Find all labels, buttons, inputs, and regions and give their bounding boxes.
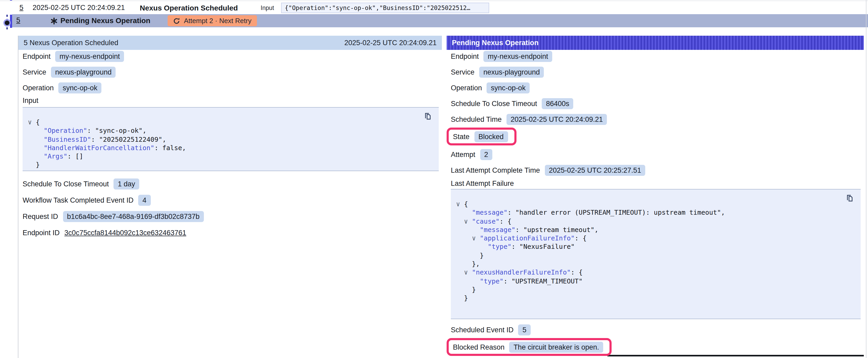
panel-bottom-border: [608, 355, 864, 356]
json-line: }: [28, 161, 431, 169]
json-line: "message": "handler error (UPSTREAM_TIME…: [456, 209, 853, 217]
field-label: Last Attempt Complete Time: [451, 166, 540, 174]
event-row-pending[interactable]: 5 ∗ Pending Nexus Operation Attempt 2 · …: [12, 14, 868, 27]
json-line: "HandlerWaitForCancellation": false,: [28, 144, 431, 153]
field-row: Last Attempt Complete Time 2025-02-25 UT…: [451, 165, 645, 176]
window-right-edge: [866, 0, 866, 358]
panel-title: 5 Nexus Operation Scheduled: [24, 36, 118, 50]
event-marker-filled-icon: [4, 21, 9, 25]
input-section-label: Input: [23, 97, 38, 104]
field-value-chip: sync-op-ok: [487, 83, 530, 93]
field-row: Request ID b1c6a4bc-8ee7-468a-9169-df3b0…: [23, 211, 204, 222]
failure-section-label: Last Attempt Failure: [451, 180, 514, 187]
asterisk-icon: ∗: [50, 14, 58, 27]
field-label: Schedule To Close Timeout: [451, 100, 537, 108]
field-value-chip: 2025-02-25 UTC 20:25:27.51: [545, 165, 645, 176]
field-label: Operation: [23, 84, 54, 92]
field-row: Scheduled Time 2025-02-25 UTC 20:24:09.2…: [451, 114, 607, 125]
json-viewer-failure: ∨ { "message": "handler error (UPSTREAM_…: [451, 189, 861, 319]
field-label: Scheduled Event ID: [451, 326, 514, 334]
retry-badge-label: Attempt 2 · Next Retry: [184, 17, 251, 25]
field-label: Schedule To Close Timeout: [23, 180, 109, 188]
json-line: "Operation": "sync-op-ok",: [28, 127, 431, 135]
event-title: Nexus Operation Scheduled: [140, 3, 238, 12]
field-label: Scheduled Time: [451, 116, 502, 123]
state-highlight-ring: State Blocked: [446, 128, 516, 145]
input-preview-chip: {"Operation":"sync-op-ok","BusinessID":"…: [281, 3, 489, 13]
field-label: Request ID: [23, 213, 58, 221]
field-value-chip: 1 day: [114, 178, 139, 190]
field-row: Schedule To Close Timeout 1 day: [23, 178, 139, 190]
json-line: }: [456, 252, 853, 260]
json-line: ∨ {: [456, 200, 853, 209]
scheduled-event-panel: 5 Nexus Operation Scheduled 2025-02-25 U…: [18, 36, 442, 358]
field-row: Endpoint my-nexus-endpoint: [23, 51, 124, 62]
field-value-chip: 2025-02-25 UTC 20:24:09.21: [506, 114, 607, 125]
json-line: "BusinessID": "20250225122409",: [28, 135, 431, 144]
field-label: State: [453, 133, 469, 140]
retry-badge[interactable]: Attempt 2 · Next Retry: [167, 15, 257, 26]
field-label: Operation: [451, 84, 482, 92]
json-line: ∨ "applicationFailureInfo": {: [456, 234, 853, 243]
blocked-reason-highlight-ring: Blocked Reason The circuit breaker is op…: [446, 338, 612, 356]
field-value-chip: nexus-playground: [51, 67, 116, 78]
json-line: "Args": []: [28, 152, 431, 161]
field-label: Endpoint ID: [23, 229, 60, 237]
json-line: "message": "upstream timeout",: [456, 226, 853, 234]
field-row: Workflow Task Completed Event ID 4: [23, 195, 151, 206]
event-time: 2025-02-25 UTC 20:24:09.21: [33, 4, 125, 11]
field-row: Operation sync-op-ok: [451, 83, 530, 93]
chevron-down-icon[interactable]: ∨: [28, 118, 36, 126]
pending-operation-panel: Pending Nexus Operation Endpoint my-nexu…: [446, 36, 864, 358]
endpoint-id-link[interactable]: 3c0c75ccfa8144b092c13ce632463761: [64, 229, 186, 237]
field-value-chip: 4: [138, 195, 151, 206]
field-row: Endpoint my-nexus-endpoint: [451, 51, 552, 62]
json-viewer-input: ∨ { "Operation": "sync-op-ok", "Business…: [23, 107, 439, 171]
field-label: Endpoint: [451, 53, 479, 60]
pending-event-title: Pending Nexus Operation: [60, 14, 150, 27]
chevron-down-icon[interactable]: ∨: [456, 217, 472, 225]
panel-header: 5 Nexus Operation Scheduled 2025-02-25 U…: [19, 36, 442, 50]
field-value-chip: my-nexus-endpoint: [56, 51, 124, 62]
field-label: Endpoint: [23, 53, 51, 60]
field-row: Service nexus-playground: [451, 67, 544, 78]
event-row-scheduled[interactable]: 5 2025-02-25 UTC 20:24:09.21 Nexus Opera…: [0, 1, 868, 15]
json-line: ∨ "cause": {: [456, 217, 853, 226]
json-line: "type": "UPSTREAM_TIMEOUT": [456, 277, 853, 286]
json-line: ∨ {: [28, 118, 431, 127]
field-label: Service: [451, 68, 474, 76]
field-value-chip: nexus-playground: [479, 67, 544, 78]
field-label: Blocked Reason: [453, 343, 505, 351]
refresh-icon: [173, 17, 180, 24]
blocked-reason-chip: The circuit breaker is open.: [509, 341, 603, 353]
panel-timestamp: 2025-02-25 UTC 20:24:09.21: [344, 36, 437, 50]
json-line: },: [456, 260, 853, 268]
field-value-chip: my-nexus-endpoint: [484, 51, 553, 62]
state-value-chip: Blocked: [474, 131, 508, 142]
field-value-chip: 2: [480, 149, 492, 160]
field-value-chip: 86400s: [542, 98, 574, 109]
json-line: ∨ "nexusHandlerFailureInfo": {: [456, 268, 853, 277]
copy-icon[interactable]: [845, 194, 854, 203]
copy-icon[interactable]: [423, 112, 432, 121]
event-history-view: 5 2025-02-25 UTC 20:24:09.21 Nexus Opera…: [0, 0, 868, 358]
input-label: Input: [260, 4, 274, 11]
field-label: Workflow Task Completed Event ID: [23, 196, 133, 204]
event-id-link[interactable]: 5: [16, 16, 20, 24]
field-row: Schedule To Close Timeout 86400s: [451, 98, 574, 109]
panel-header-striped: Pending Nexus Operation: [446, 36, 864, 50]
field-row: Endpoint ID 3c0c75ccfa8144b092c13ce63246…: [23, 227, 186, 238]
json-line: "type": "NexusFailure": [456, 243, 853, 252]
field-value-chip: 5: [518, 324, 531, 335]
field-row: Scheduled Event ID 5: [451, 324, 531, 335]
chevron-down-icon[interactable]: ∨: [456, 268, 472, 276]
chevron-down-icon[interactable]: ∨: [456, 200, 464, 208]
timeline-dotted-rail: [6, 27, 8, 32]
event-id-link[interactable]: 5: [20, 4, 23, 11]
field-value-chip: b1c6a4bc-8ee7-468a-9169-df3b02c8737b: [63, 211, 204, 222]
json-line: }: [456, 286, 853, 294]
chevron-down-icon[interactable]: ∨: [456, 234, 480, 242]
json-line: }: [456, 294, 853, 303]
field-row: Service nexus-playground: [23, 67, 116, 78]
panel-title: Pending Nexus Operation: [452, 39, 538, 47]
